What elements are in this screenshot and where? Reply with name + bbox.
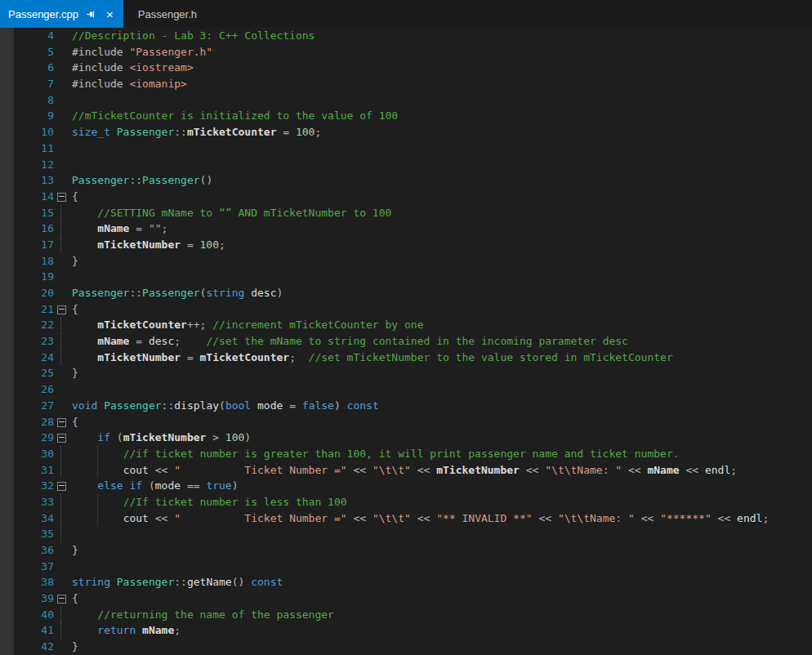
- line-number[interactable]: 33: [0, 494, 54, 510]
- line-number[interactable]: 40: [0, 607, 54, 623]
- line-number[interactable]: 22: [0, 317, 54, 333]
- code-line[interactable]: 18}: [0, 253, 812, 270]
- fold-collapse-icon[interactable]: [57, 595, 66, 604]
- line-number[interactable]: 13: [0, 172, 54, 189]
- line-number[interactable]: 18: [0, 253, 54, 270]
- code-line[interactable]: 32 else if (mode == true): [0, 478, 812, 494]
- line-number[interactable]: 28: [0, 414, 54, 430]
- code-line[interactable]: 38string Passenger::getName() const: [0, 574, 812, 590]
- line-number[interactable]: 38: [0, 574, 54, 590]
- line-number[interactable]: 37: [0, 559, 54, 575]
- line-number[interactable]: 25: [0, 365, 54, 381]
- code-text: else if (mode == true): [70, 478, 239, 494]
- code-line[interactable]: 12: [0, 157, 812, 173]
- code-line[interactable]: 10size_t Passenger::mTicketCounter = 100…: [0, 124, 812, 140]
- line-number[interactable]: 32: [0, 478, 54, 494]
- line-number[interactable]: 39: [0, 590, 54, 607]
- code-line[interactable]: 9//mTicketCounter is initialized to the …: [0, 108, 812, 124]
- fold-toggle[interactable]: [54, 590, 70, 607]
- line-number[interactable]: 36: [0, 542, 54, 559]
- code-line[interactable]: 16 mName = "";: [0, 221, 812, 237]
- line-number[interactable]: 5: [0, 44, 54, 60]
- code-line[interactable]: 27void Passenger::display(bool mode = fa…: [0, 398, 812, 414]
- indent-guide: [97, 446, 98, 462]
- code-line[interactable]: 28{: [0, 414, 812, 430]
- line-number[interactable]: 20: [0, 285, 54, 301]
- code-line[interactable]: 23 mName = desc; //set the mName to stri…: [0, 333, 812, 350]
- line-number[interactable]: 6: [0, 60, 54, 76]
- line-number[interactable]: 35: [0, 526, 54, 542]
- line-number[interactable]: 9: [0, 108, 54, 124]
- code-line[interactable]: 35: [0, 526, 812, 542]
- line-number[interactable]: 31: [0, 462, 54, 479]
- line-number[interactable]: 15: [0, 205, 54, 221]
- fold-toggle[interactable]: [54, 430, 70, 446]
- tab-passenger-h[interactable]: Passenger.h: [123, 0, 212, 28]
- line-number[interactable]: 24: [0, 350, 54, 366]
- fold-collapse-icon[interactable]: [57, 434, 66, 443]
- code-line[interactable]: 39{: [0, 590, 812, 607]
- code-line[interactable]: 26: [0, 381, 812, 398]
- line-number[interactable]: 7: [0, 76, 54, 92]
- code-line[interactable]: 41 return mName;: [0, 622, 812, 639]
- fold-toggle[interactable]: [54, 189, 70, 205]
- code-line[interactable]: 42}: [0, 639, 812, 655]
- code-line[interactable]: 8: [0, 92, 812, 109]
- line-number[interactable]: 42: [0, 639, 54, 655]
- pin-icon[interactable]: [86, 9, 96, 20]
- code-text: //mTicketCounter is initialized to the v…: [70, 108, 398, 124]
- code-line[interactable]: 22 mTicketCounter++; //increment mTicket…: [0, 317, 812, 333]
- line-number[interactable]: 21: [0, 301, 54, 318]
- code-line[interactable]: 33 //If ticket number is less than 100: [0, 494, 812, 510]
- code-area[interactable]: 4//Description - Lab 3: C++ Collections5…: [0, 28, 812, 655]
- code-line[interactable]: 13Passenger::Passenger(): [0, 172, 812, 189]
- line-number[interactable]: 11: [0, 140, 54, 157]
- line-number[interactable]: 29: [0, 430, 54, 446]
- line-number[interactable]: 17: [0, 237, 54, 253]
- code-line[interactable]: 36}: [0, 542, 812, 559]
- code-line[interactable]: 30 //if ticket number is greater than 10…: [0, 446, 812, 462]
- fold-collapse-icon[interactable]: [57, 418, 66, 427]
- fold-collapse-icon[interactable]: [57, 482, 66, 491]
- line-number[interactable]: 8: [0, 92, 54, 109]
- fold-toggle[interactable]: [54, 478, 70, 494]
- code-line[interactable]: 17 mTicketNumber = 100;: [0, 237, 812, 253]
- code-line[interactable]: 25}: [0, 365, 812, 381]
- line-number[interactable]: 19: [0, 269, 54, 285]
- code-line[interactable]: 40 //returning the name of the passenger: [0, 607, 812, 623]
- fold-margin: [54, 76, 70, 92]
- fold-collapse-icon[interactable]: [57, 193, 66, 202]
- line-number[interactable]: 10: [0, 124, 54, 140]
- line-number[interactable]: 34: [0, 510, 54, 527]
- line-number[interactable]: 26: [0, 381, 54, 398]
- line-number[interactable]: 4: [0, 28, 54, 44]
- code-line[interactable]: 5#include "Passenger.h": [0, 44, 812, 60]
- code-line[interactable]: 37: [0, 559, 812, 575]
- code-line[interactable]: 29 if (mTicketNumber > 100): [0, 430, 812, 446]
- code-line[interactable]: 20Passenger::Passenger(string desc): [0, 285, 812, 301]
- code-line[interactable]: 6#include <iostream>: [0, 60, 812, 76]
- line-number[interactable]: 41: [0, 622, 54, 639]
- code-line[interactable]: 24 mTicketNumber = mTicketCounter; //set…: [0, 350, 812, 366]
- code-line[interactable]: 7#include <iomanip>: [0, 76, 812, 92]
- tab-passenger-cpp[interactable]: Passenger.cpp ×: [0, 0, 123, 28]
- fold-toggle[interactable]: [54, 301, 70, 318]
- code-text: }: [70, 542, 78, 559]
- line-number[interactable]: 27: [0, 398, 54, 414]
- code-line[interactable]: 19: [0, 269, 812, 285]
- code-line[interactable]: 14{: [0, 189, 812, 205]
- line-number[interactable]: 16: [0, 221, 54, 237]
- line-number[interactable]: 12: [0, 157, 54, 173]
- code-line[interactable]: 34 cout << " Ticket Number =" << "\t\t" …: [0, 510, 812, 527]
- line-number[interactable]: 30: [0, 446, 54, 462]
- code-line[interactable]: 4//Description - Lab 3: C++ Collections: [0, 28, 812, 44]
- line-number[interactable]: 23: [0, 333, 54, 350]
- code-line[interactable]: 11: [0, 140, 812, 157]
- fold-toggle[interactable]: [54, 414, 70, 430]
- close-icon[interactable]: ×: [105, 8, 115, 20]
- code-line[interactable]: 21{: [0, 301, 812, 318]
- fold-collapse-icon[interactable]: [57, 305, 66, 314]
- code-line[interactable]: 15 //SETTING mName to “” AND mTicketNumb…: [0, 205, 812, 221]
- code-line[interactable]: 31 cout << " Ticket Number =" << "\t\t" …: [0, 462, 812, 479]
- line-number[interactable]: 14: [0, 189, 54, 205]
